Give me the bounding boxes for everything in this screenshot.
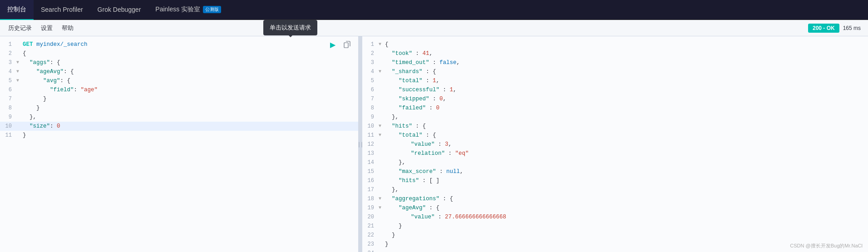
- line-content: "aggs": {: [21, 58, 60, 67]
- r-code-line: 20 "value" : 27.666666666666668: [362, 212, 868, 222]
- tab-grok-debugger[interactable]: Grok Debugger: [90, 0, 148, 20]
- status-area: 200 - OK 165 ms: [808, 24, 864, 33]
- r-line-fold[interactable]: ▼: [379, 40, 383, 49]
- line-num: 8: [0, 104, 16, 113]
- r-line-num: 15: [362, 167, 379, 176]
- r-line-num: 20: [362, 212, 379, 222]
- line-num: 3: [0, 58, 16, 67]
- r-code-line: 2 "took" : 41,: [362, 49, 868, 58]
- r-line-num: 10: [362, 122, 379, 131]
- code-line: 1 GET myindex/_search: [0, 40, 358, 49]
- r-line-content: "max_score" : null,: [383, 167, 464, 176]
- r-code-line: 21 }: [362, 222, 868, 231]
- r-line-fold[interactable]: ▼: [379, 194, 383, 203]
- run-button[interactable]: ▶: [327, 39, 338, 50]
- r-code-line: 9 },: [362, 113, 868, 122]
- line-num: 11: [0, 131, 16, 140]
- editor-toolbar: ▶: [327, 39, 353, 50]
- watermark: CSDN @擅长开发Bug的Mr.NaCl: [790, 242, 863, 249]
- copy-button[interactable]: [342, 39, 353, 50]
- status-time: 165 ms: [843, 25, 861, 31]
- code-line: 9 },: [0, 113, 358, 122]
- r-line-fold[interactable]: ▼: [379, 67, 383, 76]
- tooltip-bubble: 单击以发送请求: [263, 20, 317, 35]
- r-line-content: "aggregations" : {: [383, 194, 453, 203]
- code-line: 11 }: [0, 131, 358, 140]
- r-line-content: "_shards" : {: [383, 67, 436, 76]
- r-line-num: 13: [362, 149, 379, 158]
- r-line-num: 3: [362, 58, 379, 67]
- svg-rect-0: [344, 43, 348, 48]
- sub-nav-history[interactable]: 历史记录: [4, 20, 36, 36]
- code-line: 10 "size": 0: [0, 122, 358, 131]
- line-fold[interactable]: ▼: [16, 76, 21, 85]
- r-line-content: "took" : 41,: [383, 49, 433, 58]
- code-line: 8 }: [0, 104, 358, 113]
- r-code-line: 11 ▼ "total" : {: [362, 131, 868, 140]
- panel-divider[interactable]: ∣∣: [359, 36, 362, 252]
- line-content: "ageAvg": {: [21, 67, 74, 76]
- r-code-line: 6 "successful" : 1,: [362, 85, 868, 94]
- r-line-num: 8: [362, 104, 379, 113]
- line-content: GET myindex/_search: [21, 40, 88, 49]
- r-line-num: 22: [362, 231, 379, 240]
- line-content: {: [21, 49, 26, 58]
- line-num: 6: [0, 85, 16, 94]
- r-code-line: 8 "failed" : 0: [362, 104, 868, 113]
- tab-search-profiler[interactable]: Search Profiler: [34, 0, 90, 20]
- line-content: },: [21, 113, 36, 122]
- right-panel: 1 ▼ { 2 "took" : 41, 3 "timed_out" : fal…: [362, 36, 868, 252]
- beta-badge: 公测版: [203, 6, 221, 13]
- r-line-content: "hits" : [ ]: [383, 176, 439, 185]
- line-content: }: [21, 94, 47, 104]
- line-num: 2: [0, 49, 16, 58]
- line-content: }: [21, 131, 26, 140]
- app-container: 控制台 Search Profiler Grok Debugger Painle…: [0, 0, 868, 252]
- r-line-num: 19: [362, 203, 379, 212]
- line-content: "size": 0: [21, 122, 60, 131]
- r-line-content: "failed" : 0: [383, 104, 439, 113]
- r-line-fold[interactable]: ▼: [379, 122, 383, 131]
- line-fold[interactable]: ▼: [16, 67, 21, 76]
- r-line-content: }: [383, 240, 389, 249]
- tab-painless[interactable]: Painless 实验室 公测版: [148, 0, 228, 20]
- r-line-num: 11: [362, 131, 379, 140]
- r-code-line: 16 "hits" : [ ]: [362, 176, 868, 185]
- r-line-num: 9: [362, 113, 379, 122]
- main-area: ▶ 1 GET myindex/_search: [0, 36, 868, 252]
- r-line-content: "total" : {: [383, 131, 436, 140]
- r-line-fold[interactable]: ▼: [379, 131, 383, 140]
- r-code-line: 24: [362, 249, 868, 252]
- r-line-content: },: [383, 158, 405, 167]
- r-code-line: 19 ▼ "ageAvg" : {: [362, 203, 868, 212]
- sub-nav-settings[interactable]: 设置: [36, 20, 57, 36]
- r-code-line: 1 ▼ {: [362, 40, 868, 49]
- r-line-num: 6: [362, 85, 379, 94]
- sub-nav-help[interactable]: 帮助: [57, 20, 78, 36]
- r-line-content: "skipped" : 0,: [383, 94, 446, 104]
- status-ok-badge: 200 - OK: [808, 24, 839, 33]
- r-code-line: 17 },: [362, 185, 868, 194]
- r-line-fold[interactable]: ▼: [379, 203, 383, 212]
- r-line-num: 5: [362, 76, 379, 85]
- right-code-editor: 1 ▼ { 2 "took" : 41, 3 "timed_out" : fal…: [362, 36, 868, 252]
- top-nav: 控制台 Search Profiler Grok Debugger Painle…: [0, 0, 868, 20]
- r-line-content: "ageAvg" : {: [383, 203, 439, 212]
- line-num: 10: [0, 122, 16, 131]
- r-code-line: 10 ▼ "hits" : {: [362, 122, 868, 131]
- r-line-num: 21: [362, 222, 379, 231]
- r-line-content: "total" : 1,: [383, 76, 439, 85]
- r-code-line: 7 "skipped" : 0,: [362, 94, 868, 104]
- left-panel: ▶ 1 GET myindex/_search: [0, 36, 359, 252]
- tab-console[interactable]: 控制台: [0, 0, 34, 20]
- r-code-line: 4 ▼ "_shards" : {: [362, 67, 868, 76]
- line-content: "avg": {: [21, 76, 70, 85]
- r-code-line: 13 "relation" : "eq": [362, 149, 868, 158]
- r-line-num: 2: [362, 49, 379, 58]
- line-fold[interactable]: ▼: [16, 58, 21, 67]
- code-line: 4 ▼ "ageAvg": {: [0, 67, 358, 76]
- r-line-num: 4: [362, 67, 379, 76]
- left-code-editor: 1 GET myindex/_search 2 { 3 ▼ "aggs": {: [0, 36, 358, 252]
- code-line: 5 ▼ "avg": {: [0, 76, 358, 85]
- r-code-line: 12 "value" : 3,: [362, 140, 868, 149]
